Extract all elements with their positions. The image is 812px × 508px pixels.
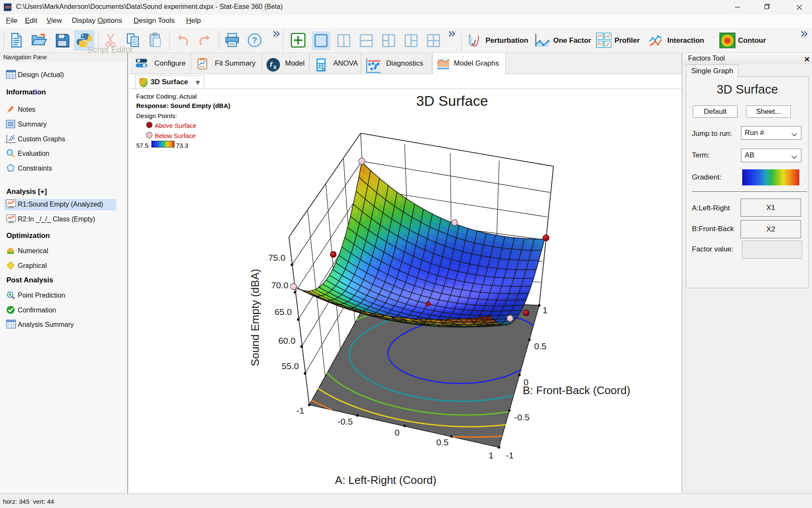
svg-text:B: Front-Back (Coord): B: Front-Back (Coord) [523,384,630,397]
svg-text:65.0: 65.0 [274,307,292,317]
svg-text:75.0: 75.0 [268,253,285,262]
svg-text:0.5: 0.5 [436,437,448,447]
svg-text:60.0: 60.0 [278,336,296,345]
svg-text:1: 1 [543,305,548,315]
svg-text:0: 0 [395,428,400,437]
svg-text:x: x [273,64,277,70]
svg-text:-0.5: -0.5 [514,412,529,422]
svg-text:3D Surface: 3D Surface [416,93,488,109]
svg-text:-1: -1 [506,450,514,460]
svg-text:0.5: 0.5 [534,341,546,351]
svg-text:-0.5: -0.5 [337,417,353,426]
svg-text:A: Left-Right (Coord): A: Left-Right (Coord) [335,474,436,486]
svg-text:-1: -1 [296,406,304,415]
svg-text:55.0: 55.0 [282,361,299,371]
svg-text:?: ? [252,36,257,45]
svg-text:70.0: 70.0 [271,280,288,290]
svg-text:1: 1 [488,450,494,460]
svg-text:Sound Empty (dBA): Sound Empty (dBA) [249,269,261,366]
